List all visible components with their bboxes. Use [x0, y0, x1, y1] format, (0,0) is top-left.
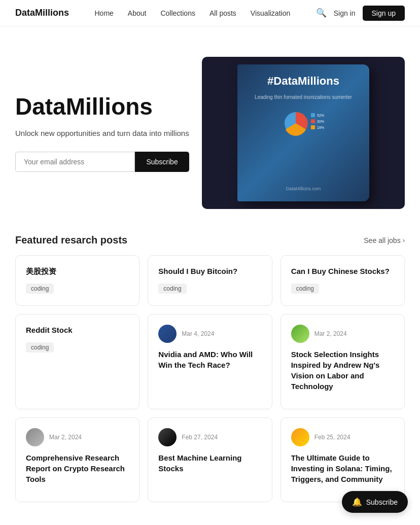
- email-input[interactable]: [15, 152, 135, 172]
- hero-subtitle: Unlock new opportunities and turn data i…: [15, 129, 189, 137]
- card-tag: coding: [26, 342, 54, 353]
- card-tag: coding: [26, 284, 54, 294]
- nav-visualization[interactable]: Visualization: [251, 9, 290, 17]
- nav-collections[interactable]: Collections: [160, 9, 195, 17]
- svg-rect-1: [311, 113, 315, 117]
- card-title: Can I Buy Chinese Stocks?: [291, 266, 394, 276]
- book-footer-text: DataMillions.com: [286, 186, 321, 191]
- hero-left: DataMillions Unlock new opportunities an…: [15, 94, 189, 172]
- search-icon[interactable]: 🔍: [316, 8, 327, 18]
- svg-text:30%: 30%: [317, 120, 324, 123]
- card-tag: coding: [291, 284, 319, 294]
- subscribe-fab[interactable]: 🔔 Subscribe: [342, 491, 408, 513]
- hero-section: DataMillions Unlock new opportunities an…: [0, 26, 420, 234]
- svg-text:52%: 52%: [317, 114, 324, 117]
- card-title: Best Machine Learning Stocks: [158, 452, 261, 474]
- card-tag: coding: [158, 284, 186, 294]
- featured-title: Featured resarch posts: [15, 234, 127, 246]
- book-chart: 52% 30% 18%: [281, 108, 326, 138]
- card-item[interactable]: Feb 27, 2024 Best Machine Learning Stock…: [148, 417, 272, 502]
- book-cover: #DataMillions Leading thin fornated inon…: [237, 64, 369, 201]
- svg-rect-5: [311, 125, 315, 129]
- card-item[interactable]: Mar 2, 2024 Comprehensive Research Repor…: [15, 417, 139, 502]
- card-meta: Feb 25, 2024: [291, 428, 394, 446]
- subscribe-button[interactable]: Subscribe: [135, 152, 189, 172]
- card-item[interactable]: Reddit Stockcoding: [15, 314, 139, 409]
- card-title: Reddit Stock: [26, 325, 129, 335]
- svg-rect-3: [311, 119, 315, 123]
- card-date: Mar 2, 2024: [314, 330, 347, 337]
- avatar: [291, 428, 309, 446]
- see-all-link[interactable]: See all jobs ›: [364, 236, 405, 244]
- card-item[interactable]: 美股投资coding: [15, 255, 139, 306]
- fab-bell-icon: 🔔: [352, 497, 362, 507]
- brand-logo[interactable]: DataMillions: [15, 8, 69, 18]
- card-item[interactable]: Can I Buy Chinese Stocks?coding: [281, 255, 405, 306]
- avatar: [158, 325, 177, 343]
- card-meta: Mar 2, 2024: [291, 325, 394, 343]
- card-meta: Mar 2, 2024: [26, 428, 129, 446]
- arrow-right-icon: ›: [403, 236, 405, 244]
- nav-actions: 🔍 Sign in Sign up: [316, 6, 405, 21]
- avatar: [158, 428, 177, 446]
- nav-links: Home About Collections All posts Visuali…: [95, 9, 291, 17]
- signin-link[interactable]: Sign in: [334, 9, 356, 17]
- avatar: [26, 428, 44, 446]
- card-date: Mar 4, 2024: [182, 330, 214, 337]
- card-meta: Mar 4, 2024: [158, 325, 261, 343]
- card-title: Comprehensive Research Report on Crypto …: [26, 452, 129, 484]
- hero-image: #DataMillions Leading thin fornated inon…: [202, 57, 405, 209]
- card-title: The Ultimate Guide to Investing in Solan…: [291, 452, 394, 484]
- see-all-text: See all jobs: [364, 236, 400, 244]
- book-hashtag: #DataMillions: [267, 75, 339, 88]
- card-date: Mar 2, 2024: [49, 434, 82, 441]
- card-date: Feb 25, 2024: [314, 434, 351, 441]
- card-item[interactable]: Feb 25, 2024 The Ultimate Guide to Inves…: [281, 417, 405, 502]
- card-item[interactable]: Mar 2, 2024 Stock Selection Insights Ins…: [281, 314, 405, 409]
- card-title: 美股投资: [26, 266, 129, 276]
- book-line2: Leading thin fornated inonizations sumer…: [255, 94, 352, 101]
- featured-header: Featured resarch posts See all jobs ›: [15, 234, 405, 246]
- card-item[interactable]: Should I Buy Bitcoin?coding: [148, 255, 272, 306]
- card-title: Nvidia and AMD: Who Will Win the Tech Ra…: [158, 349, 261, 370]
- avatar: [291, 325, 309, 343]
- cards-grid: 美股投资codingShould I Buy Bitcoin?codingCan…: [15, 255, 405, 502]
- nav-home[interactable]: Home: [95, 9, 114, 17]
- svg-text:18%: 18%: [317, 126, 324, 129]
- nav-about[interactable]: About: [128, 9, 147, 17]
- navbar: DataMillions Home About Collections All …: [0, 0, 420, 26]
- card-title: Stock Selection Insights Inspired by And…: [291, 349, 394, 392]
- hero-form: Subscribe: [15, 152, 189, 172]
- fab-label: Subscribe: [366, 498, 398, 506]
- card-title: Should I Buy Bitcoin?: [158, 266, 261, 276]
- signup-button[interactable]: Sign up: [363, 6, 405, 21]
- nav-all-posts[interactable]: All posts: [209, 9, 236, 17]
- hero-title: DataMillions: [15, 94, 189, 120]
- featured-section: Featured resarch posts See all jobs › 美股…: [0, 234, 420, 522]
- card-date: Feb 27, 2024: [182, 434, 218, 441]
- card-item[interactable]: Mar 4, 2024 Nvidia and AMD: Who Will Win…: [148, 314, 272, 409]
- card-meta: Feb 27, 2024: [158, 428, 261, 446]
